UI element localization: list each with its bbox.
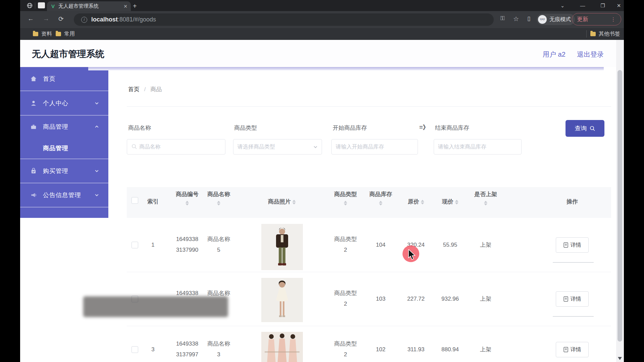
column-header-original-price[interactable]: 原价: [408, 198, 424, 205]
globe-icon[interactable]: [27, 3, 33, 8]
tab-title: 无人超市管理系统: [58, 3, 121, 9]
goods-name-input[interactable]: [127, 139, 225, 155]
row-checkbox[interactable]: [131, 346, 138, 353]
sidebar-item-label: 购买管理: [43, 167, 68, 175]
chevron-down-icon: [95, 101, 99, 105]
table-header: [127, 187, 611, 218]
url-bar[interactable]: i localhost:8081/#/goods: [74, 13, 494, 26]
briefcase-icon: [30, 123, 37, 130]
query-button-label: 查询: [575, 124, 587, 132]
goods-type-select[interactable]: 请选择商品类型: [233, 139, 322, 155]
breadcrumb-current: 商品: [150, 86, 162, 93]
screen: V 无人超市管理系统 ✕ + ⌄ — ❐ ✕ ← → ⟳ i localhost…: [0, 0, 644, 362]
cell-original-price: 227.72: [407, 294, 425, 304]
sidebar-item-label: 商品管理: [43, 123, 68, 131]
content-top-band: [88, 67, 604, 70]
column-header-photo[interactable]: 商品照片: [268, 198, 296, 205]
side-panel-icon[interactable]: ▯: [527, 15, 530, 22]
cell-name: 商品名称3: [207, 339, 230, 360]
cell-original-price: 311.93: [408, 344, 425, 355]
column-header-code[interactable]: 商品编号: [176, 190, 199, 205]
app-header: 无人超市管理系统 用户 a2 退出登录: [20, 40, 624, 67]
select-all-checkbox[interactable]: [131, 197, 138, 204]
bookmark-label: 资料: [41, 31, 52, 38]
reload-icon[interactable]: ⟳: [58, 15, 64, 23]
sidebar-item-label: 个人中心: [43, 99, 68, 107]
new-tab-button[interactable]: +: [133, 2, 137, 10]
vue-favicon-icon: V: [50, 4, 56, 9]
sidebar-item-notice-management[interactable]: 公告信息管理: [20, 183, 108, 207]
folder-icon: [590, 32, 596, 36]
sidebar-subitem-goods-management[interactable]: 商品管理: [20, 138, 108, 159]
minimize-button[interactable]: —: [575, 1, 590, 10]
tab-bar: V 无人超市管理系统 ✕ + ⌄ — ❐ ✕: [20, 0, 624, 11]
sidebar-item-purchase-management[interactable]: 购买管理: [20, 159, 108, 183]
scrollbar[interactable]: [616, 40, 624, 362]
divider: [553, 316, 594, 317]
stock-start-label: 开始商品库存: [333, 124, 367, 132]
cell-stock: 102: [376, 344, 385, 355]
scrollbar-thumb[interactable]: [618, 70, 622, 342]
cell-code: 16493383137990: [176, 234, 198, 255]
update-label: 更新: [577, 15, 588, 23]
detail-button[interactable]: 详情: [556, 342, 589, 357]
home-icon: [30, 75, 37, 82]
bookmark-star-icon[interactable]: ☆: [513, 15, 519, 23]
divider: [127, 106, 611, 107]
menu-dots-icon[interactable]: ⋮: [611, 16, 616, 22]
bookmark-label: 常用: [64, 31, 75, 38]
bookmark-folder[interactable]: 常用: [56, 31, 75, 38]
cell-index: 3: [151, 344, 154, 355]
address-bar: ← → ⟳ i localhost:8081/#/goods ⚿ ☆ ▯ 👓 无…: [20, 11, 624, 28]
forward-icon[interactable]: →: [43, 15, 49, 22]
cell-current-price: 880.94: [441, 344, 459, 355]
stock-start-input[interactable]: [331, 139, 418, 155]
table-row: 3 16493383137997 商品名称3 商品类型2 102 311.93 …: [0, 326, 644, 362]
incognito-icon: 👓: [538, 15, 547, 24]
column-header-shelf[interactable]: 是否上架: [474, 190, 497, 205]
site-info-icon[interactable]: i: [81, 17, 87, 23]
goods-type-label: 商品类型: [234, 124, 257, 132]
column-header-type[interactable]: 商品类型: [334, 190, 357, 205]
logout-link[interactable]: 退出登录: [577, 50, 604, 59]
breadcrumb-home[interactable]: 首页: [128, 86, 140, 93]
detail-button[interactable]: 详情: [556, 237, 589, 253]
sidebar-item-goods-management[interactable]: 商品管理: [20, 116, 108, 138]
sidebar-item-label: 公告信息管理: [43, 191, 81, 199]
tab-close-icon[interactable]: ✕: [123, 4, 127, 9]
cell-stock: 104: [376, 240, 385, 250]
bookmark-label: 其他书签: [599, 31, 620, 38]
update-button[interactable]: 更新 ⋮: [572, 13, 621, 25]
query-button[interactable]: 查询: [566, 120, 604, 137]
column-header-stock[interactable]: 商品库存: [369, 190, 392, 205]
back-icon[interactable]: ←: [28, 15, 34, 22]
active-tab[interactable]: V 无人超市管理系统 ✕: [47, 1, 131, 11]
mouse-cursor: [408, 249, 417, 260]
goods-name-label: 商品名称: [128, 124, 151, 132]
sidebar-item-label: 首页: [43, 75, 56, 83]
cell-current-price: 932.96: [441, 294, 459, 304]
column-header-name[interactable]: 商品名称: [207, 190, 230, 205]
stock-end-input[interactable]: [434, 139, 522, 155]
scrollbar-down-arrow[interactable]: [618, 357, 622, 360]
sidebar-item-personal-center[interactable]: 个人中心: [20, 91, 108, 116]
detail-button[interactable]: 详情: [556, 291, 589, 307]
sidebar-item-home[interactable]: 首页: [20, 67, 108, 91]
other-bookmarks[interactable]: 其他书签: [590, 31, 620, 38]
chevron-down-icon[interactable]: ⌄: [555, 1, 570, 10]
folder-icon: [56, 32, 61, 36]
key-icon[interactable]: ⚿: [500, 15, 505, 22]
incognito-badge: 👓 无痕模式: [537, 14, 575, 25]
detail-button-label: 详情: [571, 242, 581, 249]
column-header-index: 索引: [147, 198, 159, 205]
detail-button-label: 详情: [571, 296, 581, 303]
product-photo: [261, 332, 303, 362]
search-icon: [131, 144, 137, 149]
app-title: 无人超市管理系统: [32, 48, 104, 60]
cell-current-price: 55.95: [443, 240, 458, 250]
pinned-tab[interactable]: [38, 2, 45, 8]
restore-button[interactable]: ❐: [595, 1, 610, 10]
bookmark-folder[interactable]: 资料: [33, 31, 52, 38]
row-checkbox[interactable]: [131, 242, 138, 248]
column-header-current-price[interactable]: 现价: [442, 198, 459, 205]
